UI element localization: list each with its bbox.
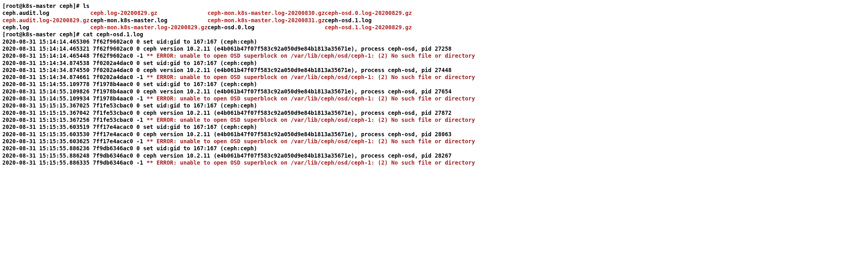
prompt-symbol: # [76, 3, 80, 9]
log-timestamp: 2020-08-31 15:15:15.367025 [2, 102, 93, 109]
prompt-line-ls: [root@k8s-master ceph]# ls [2, 2, 866, 9]
log-message: set uid:gid to 167:167 (ceph:ceph) [143, 145, 257, 152]
log-thread: 7f1fe53cbac0 [93, 102, 136, 109]
log-thread: 7f9db6346ac0 [93, 152, 136, 159]
log-line: 2020-08-31 15:14:34.874538 7f0202a4dac0 … [2, 60, 866, 67]
log-error-message: ** ERROR: unable to open OSD superblock … [147, 74, 475, 80]
log-thread: 7f1978b4aac0 [93, 88, 136, 95]
prompt-cmd-space [80, 3, 83, 9]
log-error-message: ** ERROR: unable to open OSD superblock … [147, 138, 475, 144]
prompt-host: k8s-master [23, 31, 56, 37]
prompt-cmd-space [80, 31, 83, 37]
log-level: 0 [136, 152, 143, 159]
log-line: 2020-08-31 15:14:14.465306 7f62f9602ac0 … [2, 38, 866, 45]
log-line: 2020-08-31 15:15:55.886236 7f9db6346ac0 … [2, 145, 866, 152]
log-line: 2020-08-31 15:14:55.109826 7f1978b4aac0 … [2, 88, 866, 95]
log-message: set uid:gid to 167:167 (ceph:ceph) [143, 124, 257, 130]
log-message: ceph version 10.2.11 (e4b061b47f07f583c9… [143, 45, 451, 52]
log-message: ceph version 10.2.11 (e4b061b47f07f583c9… [143, 152, 451, 159]
log-message: set uid:gid to 167:167 (ceph:ceph) [143, 81, 257, 87]
log-thread: 7f62f9602ac0 [93, 53, 136, 59]
prompt-path: ceph [60, 3, 73, 9]
ls-file: ceph.audit.log [2, 9, 90, 16]
log-message: set uid:gid to 167:167 (ceph:ceph) [143, 60, 257, 66]
log-thread: 7f1978b4aac0 [93, 81, 136, 87]
log-line: 2020-08-31 15:15:15.367042 7f1fe53cbac0 … [2, 109, 866, 116]
prompt-host: k8s-master [23, 3, 56, 9]
ls-file: ceph-osd.1.log-20200829.gz [325, 24, 412, 31]
ls-file: ceph-mon.k8s-master.log-20200831.gz [208, 17, 325, 24]
log-level: -1 [136, 159, 147, 166]
ls-file: ceph-mon.k8s-master.log-20200829.gz [90, 24, 208, 31]
prompt-open: [ [2, 3, 6, 9]
log-thread: 7f62f9602ac0 [93, 38, 136, 45]
log-line: 2020-08-31 15:15:35.603530 7ff17e4acac0 … [2, 131, 866, 138]
log-level: -1 [136, 95, 147, 102]
log-timestamp: 2020-08-31 15:15:55.886236 [2, 145, 93, 152]
log-timestamp: 2020-08-31 15:15:35.603519 [2, 124, 93, 130]
log-timestamp: 2020-08-31 15:14:14.465448 [2, 53, 93, 59]
log-level: -1 [136, 74, 147, 80]
log-line: 2020-08-31 15:14:34.874661 7f0202a4dac0 … [2, 73, 866, 80]
ls-file: ceph-mon.k8s-master.log [90, 17, 208, 24]
log-level: -1 [136, 138, 147, 144]
log-line: 2020-08-31 15:14:14.465321 7f62f9602ac0 … [2, 45, 866, 52]
ls-command: ls [83, 3, 90, 9]
log-message: ceph version 10.2.11 (e4b061b47f07f583c9… [143, 131, 451, 137]
log-error-message: ** ERROR: unable to open OSD superblock … [147, 117, 475, 123]
log-message: set uid:gid to 167:167 (ceph:ceph) [143, 102, 257, 109]
log-message: ceph version 10.2.11 (e4b061b47f07f583c9… [143, 67, 451, 73]
log-level: 0 [136, 145, 143, 152]
log-level: 0 [136, 67, 143, 73]
log-level: 0 [136, 88, 143, 95]
log-thread: 7ff17e4acac0 [93, 124, 136, 130]
prompt-user: root [6, 31, 19, 37]
log-timestamp: 2020-08-31 15:15:55.886248 [2, 152, 93, 159]
log-line: 2020-08-31 15:15:15.367256 7f1fe53cbac0 … [2, 116, 866, 123]
prompt-user: root [6, 3, 19, 9]
ls-file: ceph-mon.k8s-master.log-20200830.gz [208, 9, 325, 16]
log-timestamp: 2020-08-31 15:14:14.465306 [2, 38, 93, 45]
log-message: set uid:gid to 167:167 (ceph:ceph) [143, 38, 257, 45]
log-thread: 7f1978b4aac0 [93, 95, 136, 102]
ls-file: ceph-osd.1.log [325, 17, 372, 24]
log-thread: 7f1fe53cbac0 [93, 109, 136, 116]
log-line: 2020-08-31 15:15:55.886248 7f9db6346ac0 … [2, 152, 866, 159]
log-level: 0 [136, 102, 143, 109]
log-timestamp: 2020-08-31 15:15:15.367042 [2, 109, 93, 116]
log-error-message: ** ERROR: unable to open OSD superblock … [147, 159, 475, 166]
prompt-at: @ [19, 31, 22, 37]
log-thread: 7f0202a4dac0 [93, 60, 136, 66]
prompt-path: ceph [60, 31, 73, 37]
log-level: -1 [136, 117, 147, 123]
log-level: 0 [136, 38, 143, 45]
prompt-close: ] [73, 31, 76, 37]
ls-row: ceph.audit.logceph.log-20200829.gzceph-m… [2, 9, 866, 16]
ls-row: ceph.audit.log-20200829.gzceph-mon.k8s-m… [2, 17, 866, 24]
log-line: 2020-08-31 15:15:55.886335 7f9db6346ac0 … [2, 159, 866, 166]
log-level: 0 [136, 45, 143, 52]
log-timestamp: 2020-08-31 15:15:35.603625 [2, 138, 93, 144]
log-thread: 7f0202a4dac0 [93, 74, 136, 80]
log-thread: 7f9db6346ac0 [93, 145, 136, 152]
log-thread: 7f9db6346ac0 [93, 159, 136, 166]
cat-command: cat ceph-osd.1.log [83, 31, 143, 37]
log-line: 2020-08-31 15:15:15.367025 7f1fe53cbac0 … [2, 102, 866, 109]
log-timestamp: 2020-08-31 15:14:55.109778 [2, 81, 93, 87]
log-line: 2020-08-31 15:15:35.603519 7ff17e4acac0 … [2, 123, 866, 130]
terminal-output: [root@k8s-master ceph]# ls ceph.audit.lo… [2, 2, 866, 166]
prompt-space [56, 31, 59, 37]
prompt-close: ] [73, 3, 76, 9]
prompt-line-cat: [root@k8s-master ceph]# cat ceph-osd.1.l… [2, 31, 866, 38]
ls-file: ceph.log-20200829.gz [90, 9, 208, 16]
ls-row: ceph.logceph-mon.k8s-master.log-20200829… [2, 24, 866, 31]
ls-file: ceph.audit.log-20200829.gz [2, 17, 90, 24]
log-timestamp: 2020-08-31 15:15:55.886335 [2, 159, 93, 166]
log-timestamp: 2020-08-31 15:14:55.109826 [2, 88, 93, 95]
log-thread: 7ff17e4acac0 [93, 131, 136, 137]
log-level: -1 [136, 53, 147, 59]
log-output: 2020-08-31 15:14:14.465306 7f62f9602ac0 … [2, 38, 866, 166]
log-level: 0 [136, 60, 143, 66]
ls-output: ceph.audit.logceph.log-20200829.gzceph-m… [2, 9, 866, 31]
log-timestamp: 2020-08-31 15:14:34.874538 [2, 60, 93, 66]
